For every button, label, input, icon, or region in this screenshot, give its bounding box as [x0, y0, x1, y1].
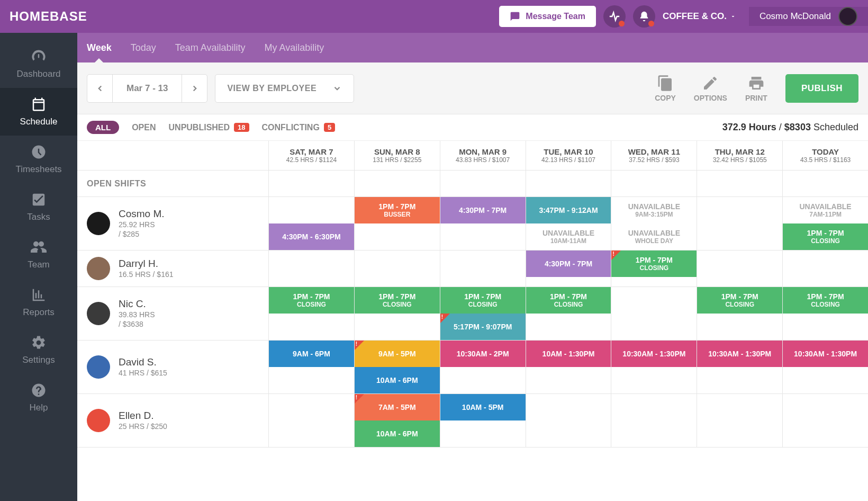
employee-cell[interactable]: David S.41 HRS / $615: [77, 341, 269, 393]
employee-cell[interactable]: Darryl H.16.5 HRS / $161: [77, 250, 269, 287]
shift-block[interactable]: 4:30PM - 7PM: [526, 250, 611, 277]
sidebar-item-help[interactable]: Help: [0, 374, 77, 422]
employee-cell[interactable]: Ellen D.25 HRS / $250: [77, 394, 269, 447]
employee-cell[interactable]: Nic C.39.83 HRS/ $3638: [77, 287, 269, 340]
shift-block[interactable]: 10:30AM - 1:30PM: [611, 341, 697, 367]
sidebar-item-team[interactable]: Team: [0, 231, 77, 279]
shift-cell[interactable]: 1PM - 7PMBUSSER: [355, 197, 440, 250]
shift-cell[interactable]: 4:30PM - 6:30PM: [269, 197, 355, 250]
shift-cell[interactable]: 1PM - 7PMCLOSING: [269, 287, 355, 340]
prev-week-button[interactable]: [87, 75, 113, 102]
shift-block[interactable]: 3:47PM - 9:12AM: [526, 197, 611, 223]
sidebar-item-tasks[interactable]: Tasks: [0, 183, 77, 231]
shift-block[interactable]: 9AM - 5PM: [355, 341, 440, 367]
shift-cell[interactable]: [697, 197, 783, 250]
shift-cell[interactable]: 7AM - 5PM10AM - 6PM: [355, 394, 440, 447]
shift-block[interactable]: 4:30PM - 7PM: [440, 197, 526, 223]
open-shift-cell[interactable]: [611, 171, 697, 196]
shift-block[interactable]: 1PM - 7PMBUSSER: [355, 197, 440, 223]
open-shift-cell[interactable]: [697, 171, 783, 196]
date-range[interactable]: Mar 7 - 13: [113, 83, 182, 94]
shift-cell[interactable]: 10AM - 1:30PM: [526, 341, 612, 393]
message-team-button[interactable]: Message Team: [499, 6, 596, 27]
copy-button[interactable]: COPY: [655, 75, 676, 102]
shift-cell[interactable]: [783, 394, 868, 447]
tab-my-availability[interactable]: My Availability: [264, 33, 324, 62]
open-shift-cell[interactable]: [269, 171, 355, 196]
shift-block[interactable]: 10:30AM - 1:30PM: [697, 341, 782, 367]
shift-cell[interactable]: [269, 394, 355, 447]
employee-cell[interactable]: Cosmo M.25.92 HRS/ $285: [77, 197, 269, 250]
open-shift-cell[interactable]: [783, 171, 868, 196]
shift-cell[interactable]: 10:30AM - 2PM: [440, 341, 526, 393]
shift-block[interactable]: 10:30AM - 2PM: [440, 341, 526, 367]
shift-cell[interactable]: 3:47PM - 9:12AMUNAVAILABLE10AM-11AM: [526, 197, 612, 250]
tab-team-availability[interactable]: Team Availability: [175, 33, 246, 62]
open-shift-cell[interactable]: [526, 171, 612, 196]
shift-block[interactable]: 1PM - 7PMCLOSING: [355, 287, 440, 314]
shift-cell[interactable]: UNAVAILABLE7AM-11PM1PM - 7PMCLOSING: [783, 197, 868, 250]
user-menu[interactable]: Cosmo McDonald: [749, 7, 868, 26]
shift-block[interactable]: 1PM - 7PMCLOSING: [440, 287, 526, 314]
shift-cell[interactable]: 1PM - 7PMCLOSING: [783, 287, 868, 340]
shift-cell[interactable]: 4:30PM - 7PM: [440, 197, 526, 250]
filter-conflicting[interactable]: CONFLICTING 5: [262, 123, 336, 132]
options-button[interactable]: OPTIONS: [694, 75, 727, 102]
shift-cell[interactable]: 10:30AM - 1:30PM: [611, 341, 697, 393]
shift-block[interactable]: 5:17PM - 9:07PM: [440, 314, 526, 340]
filter-all[interactable]: ALL: [87, 121, 119, 134]
shift-cell[interactable]: 1PM - 7PMCLOSING: [526, 287, 612, 340]
view-mode-selector[interactable]: VIEW BY EMPLOYEE: [215, 74, 354, 103]
sidebar-item-settings[interactable]: Settings: [0, 326, 77, 374]
shift-cell[interactable]: 1PM - 7PMCLOSING: [355, 287, 440, 340]
sidebar-item-reports[interactable]: Reports: [0, 279, 77, 326]
shift-block[interactable]: 10AM - 6PM: [355, 367, 440, 393]
shift-block[interactable]: 1PM - 7PMCLOSING: [783, 287, 868, 314]
shift-block[interactable]: 10AM - 5PM: [440, 394, 526, 421]
shift-cell[interactable]: [355, 250, 440, 287]
shift-cell[interactable]: [697, 250, 783, 287]
next-week-button[interactable]: [182, 75, 207, 102]
notifications-button[interactable]: [633, 5, 655, 28]
sidebar-item-schedule[interactable]: Schedule: [0, 88, 77, 136]
shift-cell[interactable]: 4:30PM - 7PM: [526, 250, 612, 287]
shift-block[interactable]: 9AM - 6PM: [269, 341, 354, 367]
publish-button[interactable]: PUBLISH: [785, 74, 858, 103]
shift-block[interactable]: 10:30AM - 1:30PM: [783, 341, 868, 367]
tab-week[interactable]: Week: [87, 33, 112, 62]
sidebar-item-dashboard[interactable]: Dashboard: [0, 40, 77, 88]
shift-cell[interactable]: [440, 250, 526, 287]
filter-open[interactable]: OPEN: [132, 123, 156, 132]
shift-block[interactable]: 7AM - 5PM: [355, 394, 440, 421]
shift-cell[interactable]: 10AM - 5PM: [440, 394, 526, 447]
filter-unpublished[interactable]: UNPUBLISHED 18: [169, 123, 249, 132]
shift-block[interactable]: 10AM - 6PM: [355, 421, 440, 447]
shift-block[interactable]: 1PM - 7PMCLOSING: [269, 287, 354, 314]
shift-cell[interactable]: 9AM - 6PM: [269, 341, 355, 393]
shift-cell[interactable]: UNAVAILABLE9AM-3:15PMUNAVAILABLEWHOLE DA…: [611, 197, 697, 250]
shift-cell[interactable]: [269, 250, 355, 287]
shift-block[interactable]: 1PM - 7PMCLOSING: [783, 223, 868, 250]
shift-cell[interactable]: [697, 394, 783, 447]
shift-cell[interactable]: [611, 287, 697, 340]
shift-block[interactable]: 1PM - 7PMCLOSING: [697, 287, 782, 314]
shift-cell[interactable]: 1PM - 7PMCLOSING: [697, 287, 783, 340]
shift-cell[interactable]: 10:30AM - 1:30PM: [697, 341, 783, 393]
shift-cell[interactable]: [526, 394, 612, 447]
tab-today[interactable]: Today: [131, 33, 156, 62]
shift-block[interactable]: 1PM - 7PMCLOSING: [611, 250, 697, 277]
activity-button[interactable]: [603, 5, 626, 28]
print-button[interactable]: PRINT: [745, 75, 767, 102]
company-selector[interactable]: COFFEE & CO.: [663, 11, 736, 22]
sidebar-item-timesheets[interactable]: Timesheets: [0, 136, 77, 183]
shift-cell[interactable]: 9AM - 5PM10AM - 6PM: [355, 341, 440, 393]
shift-cell[interactable]: [783, 250, 868, 287]
shift-block[interactable]: 4:30PM - 6:30PM: [269, 223, 354, 250]
shift-cell[interactable]: 1PM - 7PMCLOSING5:17PM - 9:07PM: [440, 287, 526, 340]
open-shift-cell[interactable]: [440, 171, 526, 196]
open-shift-cell[interactable]: [355, 171, 440, 196]
shift-block[interactable]: 1PM - 7PMCLOSING: [526, 287, 611, 314]
shift-cell[interactable]: 10:30AM - 1:30PM: [783, 341, 868, 393]
shift-cell[interactable]: 1PM - 7PMCLOSING: [611, 250, 697, 287]
shift-cell[interactable]: [611, 394, 697, 447]
